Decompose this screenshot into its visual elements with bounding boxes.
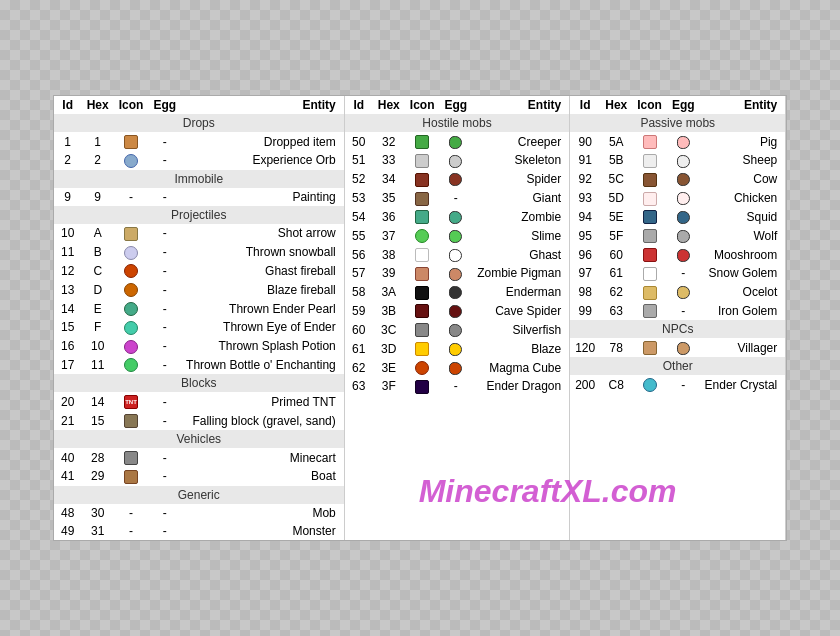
row-hex: A (82, 224, 114, 243)
row-hex: 10 (82, 337, 114, 356)
table-row: 200 C8 - Ender Crystal (570, 375, 785, 394)
table-row: 40 28 - Minecart (54, 448, 344, 467)
table-row: 2 2 - Experience Orb (54, 151, 344, 170)
table-row: 20 14 TNT - Primed TNT (54, 392, 344, 411)
row-entity: Thrown Splash Potion (181, 337, 344, 356)
row-icon (632, 283, 667, 302)
row-id: 90 (570, 132, 600, 151)
row-egg (667, 283, 700, 302)
table-row: 98 62 Ocelot (570, 283, 785, 302)
row-hex: 3B (373, 302, 405, 321)
row-egg (439, 302, 472, 321)
table-row: 9 9 - - Painting (54, 188, 344, 206)
row-hex: 28 (82, 448, 114, 467)
row-icon (405, 339, 440, 358)
row-id: 1 (54, 132, 82, 151)
row-egg: - (148, 299, 181, 318)
row-entity: Minecart (181, 448, 344, 467)
row-entity: Thrown Ender Pearl (181, 299, 344, 318)
row-entity: Blaze (472, 339, 569, 358)
row-entity: Thrown snowball (181, 243, 344, 262)
row-hex: 15 (82, 411, 114, 430)
section-header: Projectiles (54, 206, 344, 224)
row-hex: 3F (373, 377, 405, 396)
row-icon (405, 170, 440, 189)
section-header: Drops (54, 114, 344, 132)
table-row: 94 5E Squid (570, 208, 785, 227)
row-egg: - (148, 467, 181, 486)
row-id: 14 (54, 299, 82, 318)
table-row: 17 11 - Thrown Bottle o' Enchanting (54, 356, 344, 375)
row-entity: Thrown Eye of Ender (181, 318, 344, 337)
col-header-hex-mid: Hex (373, 96, 405, 114)
row-id: 55 (345, 226, 373, 245)
row-icon (405, 358, 440, 377)
row-hex: 9 (82, 188, 114, 206)
row-id: 98 (570, 283, 600, 302)
row-icon (405, 264, 440, 283)
row-entity: Zombie (472, 208, 569, 227)
row-id: 200 (570, 375, 600, 394)
row-id: 10 (54, 224, 82, 243)
row-hex: 3E (373, 358, 405, 377)
row-egg (439, 226, 472, 245)
row-hex: 35 (373, 189, 405, 208)
row-hex: 30 (82, 504, 114, 522)
row-icon (632, 189, 667, 208)
table-row: 21 15 - Falling block (gravel, sand) (54, 411, 344, 430)
row-icon (405, 245, 440, 264)
row-egg (439, 208, 472, 227)
row-entity: Silverfish (472, 320, 569, 339)
row-egg: - (439, 189, 472, 208)
row-hex: D (82, 280, 114, 299)
row-icon (405, 189, 440, 208)
row-egg (667, 151, 700, 170)
row-egg (439, 320, 472, 339)
table-row: 91 5B Sheep (570, 151, 785, 170)
row-entity: Sheep (700, 151, 786, 170)
table-row: 16 10 - Thrown Splash Potion (54, 337, 344, 356)
table-row: 57 39 Zombie Pigman (345, 264, 569, 283)
row-entity: Painting (181, 188, 344, 206)
row-entity: Chicken (700, 189, 786, 208)
table-row: 90 5A Pig (570, 132, 785, 151)
table-row: 58 3A Enderman (345, 283, 569, 302)
right-column: Id Hex Icon Egg Entity Passive mobs 90 5… (570, 96, 786, 540)
row-egg (439, 151, 472, 170)
row-icon (114, 356, 149, 375)
row-egg: - (148, 356, 181, 375)
table-row: 61 3D Blaze (345, 339, 569, 358)
row-icon (632, 226, 667, 245)
row-id: 63 (345, 377, 373, 396)
row-id: 15 (54, 318, 82, 337)
row-egg: - (667, 264, 700, 283)
row-id: 54 (345, 208, 373, 227)
row-hex: 11 (82, 356, 114, 375)
row-hex: 14 (82, 392, 114, 411)
row-entity: Ender Dragon (472, 377, 569, 396)
row-id: 94 (570, 208, 600, 227)
row-icon (405, 132, 440, 151)
table-row: 92 5C Cow (570, 170, 785, 189)
row-hex: C8 (600, 375, 632, 394)
col-header-egg-right: Egg (667, 96, 700, 114)
row-entity: Blaze fireball (181, 280, 344, 299)
row-icon (114, 337, 149, 356)
row-hex: F (82, 318, 114, 337)
row-icon (632, 170, 667, 189)
row-hex: 32 (373, 132, 405, 151)
main-container: Id Hex Icon Egg Entity Drops 1 1 - Dropp… (53, 95, 788, 541)
table-row: 13 D - Blaze fireball (54, 280, 344, 299)
row-egg: - (667, 302, 700, 321)
row-id: 9 (54, 188, 82, 206)
row-egg: - (148, 262, 181, 281)
table-row: 14 E - Thrown Ender Pearl (54, 299, 344, 318)
row-egg (667, 170, 700, 189)
row-hex: 33 (373, 151, 405, 170)
row-id: 50 (345, 132, 373, 151)
row-id: 120 (570, 338, 600, 357)
table-row: 54 36 Zombie (345, 208, 569, 227)
row-icon (114, 262, 149, 281)
row-entity: Ocelot (700, 283, 786, 302)
row-icon (405, 302, 440, 321)
